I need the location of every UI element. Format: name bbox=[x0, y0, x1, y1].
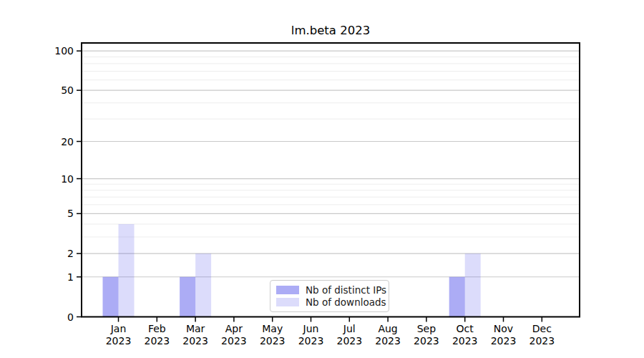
x-tick-label-year: 2023 bbox=[452, 335, 478, 347]
y-tick-label: 100 bbox=[54, 45, 74, 57]
y-tick-label: 5 bbox=[67, 208, 74, 219]
x-tick-label-year: 2023 bbox=[336, 335, 362, 347]
legend-swatch-downloads bbox=[276, 298, 299, 306]
x-tick-label-month: Jan bbox=[110, 323, 127, 334]
x-tick-label-month: May bbox=[262, 323, 283, 334]
legend-item-downloads: Nb of downloads bbox=[276, 296, 382, 308]
bar-downloads bbox=[465, 253, 481, 316]
x-tick-label-year: 2023 bbox=[414, 335, 439, 347]
y-tick-label: 50 bbox=[61, 84, 74, 96]
x-tick-label-month: Mar bbox=[186, 323, 205, 334]
x-tick-label-year: 2023 bbox=[298, 335, 324, 347]
legend-label-downloads: Nb of downloads bbox=[306, 296, 386, 308]
x-tick-label-month: Dec bbox=[532, 323, 552, 334]
legend: Nb of distinct IPs Nb of downloads bbox=[270, 280, 389, 312]
bar-distinct-ips bbox=[449, 277, 465, 317]
x-tick-label-month: Feb bbox=[148, 323, 166, 334]
chart-figure: lm.beta 2023 0125102050100Jan2023Feb2023… bbox=[0, 0, 644, 358]
x-tick-label-month: Nov bbox=[494, 323, 513, 334]
x-tick-label-year: 2023 bbox=[260, 335, 286, 347]
x-tick-label-month: Oct bbox=[457, 323, 474, 334]
y-tick-label: 20 bbox=[61, 136, 74, 147]
x-tick-label-month: Jun bbox=[303, 323, 319, 334]
bar-distinct-ips bbox=[180, 277, 195, 317]
x-tick-label-year: 2023 bbox=[106, 335, 132, 347]
legend-item-distinct-ips: Nb of distinct IPs bbox=[276, 284, 382, 296]
x-tick-label-year: 2023 bbox=[529, 335, 555, 347]
y-tick-label: 0 bbox=[67, 311, 74, 323]
y-tick-label: 2 bbox=[67, 248, 74, 259]
y-tick-label: 10 bbox=[61, 173, 74, 185]
x-tick-label-year: 2023 bbox=[144, 335, 170, 347]
x-tick-label-month: Jul bbox=[343, 323, 356, 334]
legend-label-distinct-ips: Nb of distinct IPs bbox=[306, 284, 386, 296]
plot-frame bbox=[82, 43, 580, 317]
x-tick-label-year: 2023 bbox=[182, 335, 208, 347]
x-tick-label-month: Sep bbox=[417, 323, 436, 334]
bar-downloads bbox=[119, 224, 135, 317]
x-tick-label-year: 2023 bbox=[221, 335, 247, 347]
x-tick-label-year: 2023 bbox=[491, 335, 517, 347]
x-tick-label-year: 2023 bbox=[375, 335, 401, 347]
x-tick-label-month: Aug bbox=[378, 323, 397, 334]
bar-downloads bbox=[195, 253, 211, 316]
bar-distinct-ips bbox=[103, 277, 119, 317]
y-tick-label: 1 bbox=[67, 271, 74, 283]
x-tick-label-month: Apr bbox=[225, 323, 243, 334]
legend-swatch-distinct-ips bbox=[276, 286, 299, 294]
